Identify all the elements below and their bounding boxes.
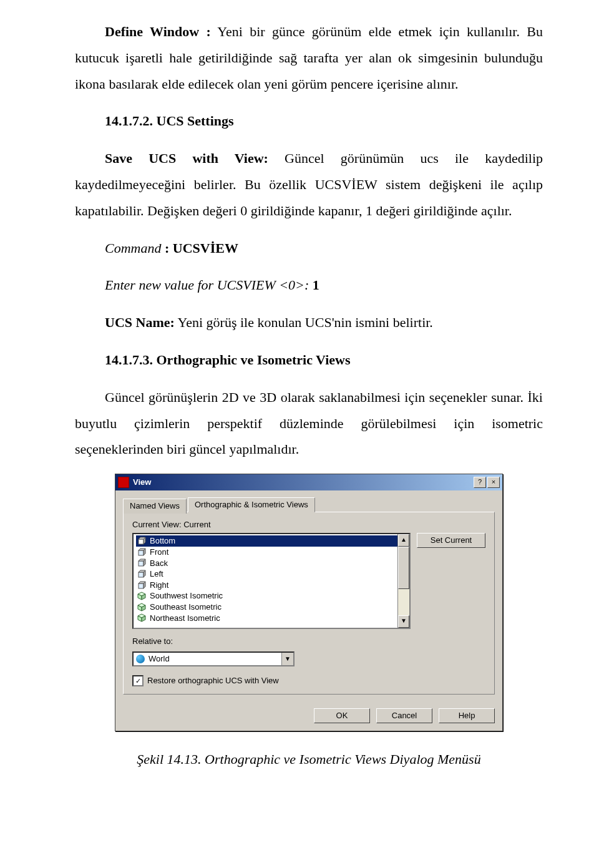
figure-caption: Şekil 14.13. Orthographic ve Isometric V…	[75, 746, 543, 773]
list-item-label: Back	[150, 558, 168, 568]
svg-rect-3	[139, 550, 144, 555]
set-current-button[interactable]: Set Current	[417, 533, 485, 548]
paragraph-ortho-iso: Güncel görünüşlerin 2D ve 3D olarak sakl…	[75, 384, 543, 462]
cancel-button[interactable]: Cancel	[376, 708, 432, 723]
restore-checkbox-label: Restore orthographic UCS with View	[147, 676, 279, 686]
list-item[interactable]: Back	[136, 558, 407, 569]
enter-value-label: Enter new value for UCSVIEW <0>:	[105, 277, 309, 293]
restore-checkbox-row[interactable]: ✓ Restore orthographic UCS with View	[132, 675, 485, 686]
list-item-label: Southeast Isometric	[150, 602, 222, 612]
cube-icon	[137, 558, 146, 567]
list-item-label: Southwest Isometric	[150, 591, 223, 601]
view-dialog: View ? × Named Views Orthographic & Isom…	[115, 474, 503, 731]
view-listbox[interactable]: Bottom Front	[132, 533, 411, 629]
iso-cube-icon	[137, 603, 146, 612]
command-value: : UCSVİEW	[161, 240, 238, 256]
enter-value-line: Enter new value for UCSVIEW <0>: 1	[75, 272, 543, 298]
list-item[interactable]: Northeast Isometric	[136, 613, 407, 624]
list-item-label: Bottom	[150, 536, 175, 546]
cube-icon	[137, 581, 146, 590]
relative-to-combo[interactable]: World ▼	[132, 651, 295, 666]
paragraph-ucs-name: UCS Name: Yeni görüş ile konulan UCS'nin…	[75, 310, 543, 336]
list-item-label: Left	[150, 569, 163, 579]
list-item-label: Front	[150, 547, 168, 557]
relative-to-label: Relative to:	[132, 636, 485, 646]
current-view-label: Current View:	[132, 520, 182, 529]
heading-ucs-settings: 14.1.7.2. UCS Settings	[75, 108, 543, 134]
paragraph-define-window: Define Window : Yeni bir günce görünüm e…	[75, 19, 543, 97]
cube-icon	[137, 570, 146, 578]
iso-cube-icon	[137, 592, 146, 600]
list-item-label: Northeast Isometric	[150, 613, 220, 623]
list-item[interactable]: Southwest Isometric	[136, 590, 407, 602]
list-item-label: Right	[150, 580, 168, 590]
scroll-thumb[interactable]	[398, 547, 409, 589]
label-define-window: Define Window :	[105, 24, 211, 39]
app-icon	[118, 477, 129, 488]
list-item[interactable]: Left	[136, 568, 407, 580]
help-titlebar-button[interactable]: ?	[474, 477, 486, 488]
dialog-title: View	[133, 477, 474, 487]
command-line: Command : UCSVİEW	[75, 235, 543, 261]
paragraph-save-ucs: Save UCS with View: Güncel görünümün ucs…	[75, 145, 543, 223]
svg-rect-9	[139, 572, 144, 577]
list-item[interactable]: Right	[136, 580, 407, 591]
checkbox-checked-icon[interactable]: ✓	[132, 675, 144, 686]
svg-rect-0	[139, 539, 144, 544]
cube-icon	[137, 537, 146, 545]
label-ucs-name: UCS Name:	[105, 315, 175, 330]
iso-cube-icon	[137, 613, 146, 622]
relative-to-value: World	[149, 654, 281, 664]
close-titlebar-button[interactable]: ×	[487, 477, 500, 488]
enter-value-value: 1	[309, 277, 319, 293]
list-item[interactable]: Front	[136, 547, 407, 558]
ok-button[interactable]: OK	[314, 708, 370, 723]
label-save-ucs: Save UCS with View:	[105, 150, 268, 166]
cube-icon	[137, 548, 146, 557]
heading-ortho-iso: 14.1.7.3. Orthographic ve Isometric View…	[75, 347, 543, 373]
current-view-value: Current	[183, 520, 210, 529]
list-item[interactable]: Bottom	[136, 535, 407, 547]
list-item[interactable]: Southeast Isometric	[136, 602, 407, 613]
current-view-row: Current View: Current	[132, 520, 485, 530]
tab-ortho-iso[interactable]: Orthographic & Isometric Views	[188, 497, 315, 512]
listbox-scrollbar[interactable]: ▲ ▼	[397, 534, 409, 628]
command-label: Command	[105, 240, 161, 256]
tabpanel-ortho-iso: Current View: Current Bottom	[123, 512, 495, 695]
tab-named-views[interactable]: Named Views	[123, 499, 187, 514]
svg-rect-6	[139, 561, 144, 566]
svg-rect-12	[139, 583, 144, 588]
help-button[interactable]: Help	[439, 708, 495, 723]
scroll-down-button[interactable]: ▼	[398, 615, 409, 628]
titlebar: View ? ×	[115, 474, 502, 490]
globe-icon	[136, 655, 145, 663]
chevron-down-icon[interactable]: ▼	[281, 653, 293, 665]
text-ucs-name: Yeni görüş ile konulan UCS'nin ismini be…	[175, 315, 433, 330]
scroll-up-button[interactable]: ▲	[398, 534, 409, 547]
